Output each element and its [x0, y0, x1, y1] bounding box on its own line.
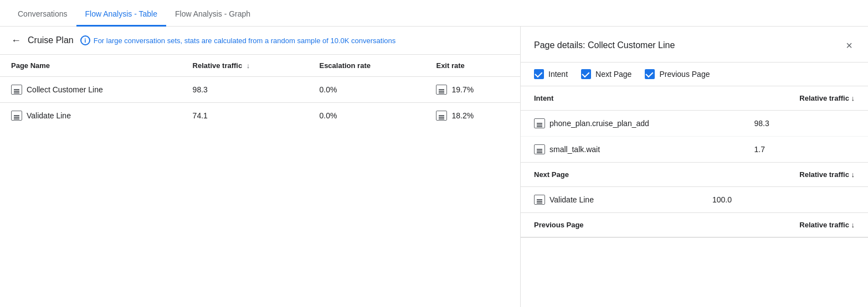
- cell-page-name: Collect Customer Line: [0, 77, 182, 103]
- cell-relative-traffic: 74.1: [182, 103, 309, 129]
- sections-container: Intent Relative traffic ↓ phone_plan.cru…: [521, 86, 868, 238]
- back-button[interactable]: ←: [11, 35, 21, 45]
- cell-escalation-rate: 0.0%: [308, 77, 425, 103]
- cell-page-name: Validate Line: [0, 103, 182, 129]
- section-cell-value: 1.7: [741, 137, 869, 163]
- main-layout: ← Cruise Plan i For large conversation s…: [0, 27, 868, 307]
- section-row[interactable]: phone_plan.cruise_plan_add 98.3: [521, 111, 868, 137]
- checkbox-label: Next Page: [595, 70, 631, 79]
- section-header-name: Previous Page: [521, 213, 688, 237]
- row-icon: [534, 118, 545, 128]
- checkbox-label: Intent: [548, 70, 568, 79]
- info-notice: i For large conversation sets, stats are…: [80, 35, 396, 45]
- section-table-intent: Intent Relative traffic ↓ phone_plan.cru…: [521, 86, 868, 162]
- left-panel: ← Cruise Plan i For large conversation s…: [0, 27, 521, 307]
- section-header-name: Intent: [521, 86, 741, 111]
- filter-row: Intent Next Page Previous Page: [521, 63, 868, 86]
- panel-header: Page details: Collect Customer Line ×: [521, 27, 868, 63]
- section-header-name: Next Page: [521, 163, 699, 187]
- section-row[interactable]: small_talk.wait 1.7: [521, 137, 868, 163]
- section-header-traffic: Relative traffic ↓: [741, 86, 869, 111]
- info-notice-text: For large conversation sets, stats are c…: [94, 37, 396, 45]
- section-header-traffic: Relative traffic ↓: [688, 213, 868, 237]
- breadcrumb-bar: ← Cruise Plan i For large conversation s…: [0, 27, 520, 55]
- filter-checkbox-previous-page[interactable]: Previous Page: [645, 69, 710, 79]
- panel-title: Page details: Collect Customer Line: [534, 40, 675, 50]
- section-previous-page: Previous Page Relative traffic ↓: [521, 213, 868, 238]
- section-header-traffic: Relative traffic ↓: [699, 163, 868, 187]
- breadcrumb-title: Cruise Plan: [28, 35, 74, 45]
- filter-checkbox-next-page[interactable]: Next Page: [581, 69, 631, 79]
- sort-arrow-icon: ↓: [246, 61, 250, 70]
- cell-escalation-rate: 0.0%: [308, 103, 425, 129]
- col-escalation-rate: Escalation rate: [308, 55, 425, 77]
- col-exit-rate: Exit rate: [425, 55, 520, 77]
- section-table-previous-page: Previous Page Relative traffic ↓: [521, 213, 868, 237]
- tab-flow-analysis-graph[interactable]: Flow Analysis - Graph: [166, 3, 259, 27]
- checkbox-label: Previous Page: [659, 70, 710, 79]
- filter-checkbox-intent[interactable]: Intent: [534, 69, 568, 79]
- page-icon: [11, 85, 22, 95]
- section-table-next-page: Next Page Relative traffic ↓ Validate Li…: [521, 163, 868, 212]
- table-row[interactable]: Validate Line 74.1 0.0% 18.2%: [0, 103, 520, 129]
- section-cell-name: small_talk.wait: [521, 137, 741, 163]
- section-cell-name: Validate Line: [521, 187, 699, 213]
- cell-exit-rate: 18.2%: [425, 103, 520, 129]
- tab-conversations[interactable]: Conversations: [9, 3, 76, 27]
- checkbox-icon: [645, 69, 655, 79]
- tabs-bar: Conversations Flow Analysis - Table Flow…: [0, 0, 868, 27]
- exit-icon: [436, 111, 447, 121]
- checkbox-icon: [534, 69, 544, 79]
- tab-flow-analysis-table[interactable]: Flow Analysis - Table: [76, 3, 166, 27]
- cell-exit-rate: 19.7%: [425, 77, 520, 103]
- col-relative-traffic[interactable]: Relative traffic ↓: [182, 55, 309, 77]
- close-button[interactable]: ×: [844, 38, 855, 53]
- right-panel: Page details: Collect Customer Line × In…: [521, 27, 868, 307]
- table-row[interactable]: Collect Customer Line 98.3 0.0% 19.7%: [0, 77, 520, 103]
- info-icon: i: [80, 35, 90, 45]
- section-cell-value: 98.3: [741, 111, 869, 137]
- row-icon: [534, 195, 545, 205]
- row-icon: [534, 144, 545, 154]
- page-icon: [11, 111, 22, 121]
- section-row[interactable]: Validate Line 100.0: [521, 187, 868, 213]
- main-table: Page Name Relative traffic ↓ Escalation …: [0, 55, 520, 128]
- section-next-page: Next Page Relative traffic ↓ Validate Li…: [521, 163, 868, 213]
- cell-relative-traffic: 98.3: [182, 77, 309, 103]
- exit-icon: [436, 85, 447, 95]
- col-page-name: Page Name: [0, 55, 182, 77]
- checkbox-icon: [581, 69, 591, 79]
- section-cell-name: phone_plan.cruise_plan_add: [521, 111, 741, 137]
- section-intent: Intent Relative traffic ↓ phone_plan.cru…: [521, 86, 868, 163]
- section-cell-value: 100.0: [699, 187, 868, 213]
